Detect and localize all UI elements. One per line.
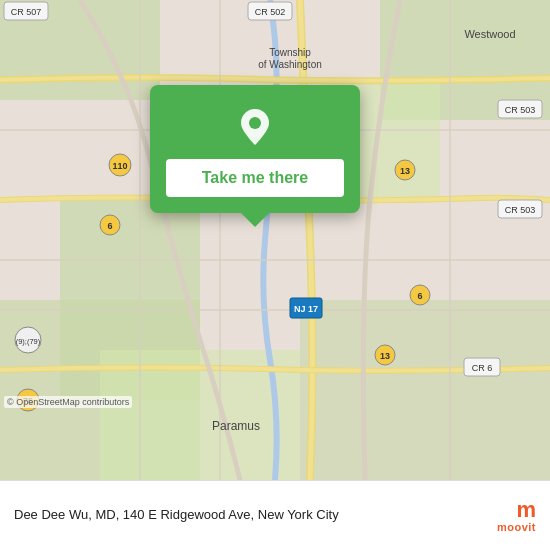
location-pin-icon [233, 105, 277, 149]
moovit-letter: m [516, 499, 536, 521]
svg-text:6: 6 [417, 291, 422, 301]
svg-text:Paramus: Paramus [212, 419, 260, 433]
svg-text:CR 503: CR 503 [505, 105, 536, 115]
svg-text:CR 502: CR 502 [255, 7, 286, 17]
moovit-label: moovit [497, 521, 536, 533]
svg-text:Township: Township [269, 47, 311, 58]
overlay-card: Take me there [150, 85, 360, 213]
openstreetmap-credit: © OpenStreetMap contributors [4, 396, 132, 408]
svg-text:13: 13 [380, 351, 390, 361]
take-me-there-button[interactable]: Take me there [166, 159, 344, 197]
map-container: CR 507 CR 502 CR 503 CR 503 110 6 13 6 1… [0, 0, 550, 480]
svg-text:6: 6 [107, 221, 112, 231]
svg-rect-6 [300, 300, 550, 480]
moovit-logo: m moovit [497, 499, 536, 533]
svg-point-39 [249, 117, 261, 129]
address-text: Dee Dee Wu, MD, 140 E Ridgewood Ave, New… [14, 506, 487, 524]
svg-text:CR 503: CR 503 [505, 205, 536, 215]
svg-text:Westwood: Westwood [464, 28, 515, 40]
svg-text:of Washington: of Washington [258, 59, 322, 70]
svg-text:NJ 17: NJ 17 [294, 304, 318, 314]
svg-text:(9);(79): (9);(79) [16, 337, 41, 346]
svg-text:13: 13 [400, 166, 410, 176]
svg-text:CR 6: CR 6 [472, 363, 493, 373]
svg-text:110: 110 [112, 161, 127, 171]
svg-text:CR 507: CR 507 [11, 7, 42, 17]
bottom-bar: Dee Dee Wu, MD, 140 E Ridgewood Ave, New… [0, 480, 550, 550]
